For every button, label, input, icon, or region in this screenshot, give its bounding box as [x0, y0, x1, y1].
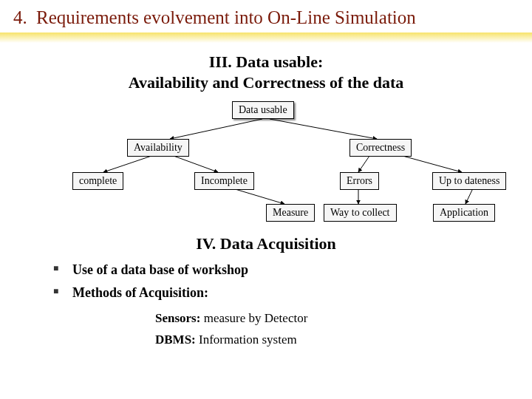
svg-line-1 [270, 119, 377, 139]
heading-number: 4. [13, 7, 27, 27]
node-application: Application [433, 204, 495, 222]
heading-divider [0, 33, 532, 43]
method-sensors-text: measure by Detector [204, 311, 308, 325]
svg-line-0 [170, 119, 262, 139]
method-dbms-text: Information system [199, 332, 297, 347]
svg-line-8 [466, 188, 473, 204]
method-sensors: Sensors: measure by Detector [155, 308, 532, 330]
acquisition-methods: Sensors: measure by Detector DBMS: Infor… [155, 308, 532, 351]
method-dbms: DBMS: Information system [155, 330, 532, 351]
node-availability: Availability [127, 139, 189, 157]
bullet-methods: Methods of Acquisition: [53, 285, 532, 301]
method-dbms-lead: DBMS: [155, 332, 199, 347]
svg-line-2 [103, 156, 151, 172]
slide-heading: 4. Requirements evolvement into On-Line … [0, 0, 532, 33]
svg-line-4 [358, 156, 369, 172]
method-sensors-lead: Sensors: [155, 311, 204, 325]
bullet-list: Use of a data base of workshop Methods o… [53, 262, 532, 301]
node-measure: Measure [266, 204, 315, 222]
diagram-data-usable: Data usable Availability Correctness com… [0, 98, 532, 231]
section4-title: IV. Data Acquisition [0, 234, 532, 253]
node-complete: complete [72, 172, 123, 190]
node-errors: Errors [340, 172, 379, 190]
node-data-usable: Data usable [232, 101, 294, 119]
section3-title-line2: Availability and Correctness of the data [0, 72, 532, 93]
node-correctness: Correctness [349, 139, 412, 157]
node-up-to-dateness: Up to dateness [432, 172, 506, 190]
svg-line-6 [233, 188, 284, 204]
node-incomplete: Incomplete [194, 172, 254, 190]
heading-title: Requirements evolvement into On-Line Sim… [36, 7, 416, 27]
bullet-database: Use of a data base of workshop [53, 262, 532, 278]
svg-line-5 [403, 156, 462, 172]
svg-line-3 [174, 156, 218, 172]
node-way-to-collect: Way to collect [324, 204, 397, 222]
section3-title: III. Data usable: Availability and Corre… [0, 43, 532, 92]
section3-title-line1: III. Data usable: [0, 52, 532, 72]
